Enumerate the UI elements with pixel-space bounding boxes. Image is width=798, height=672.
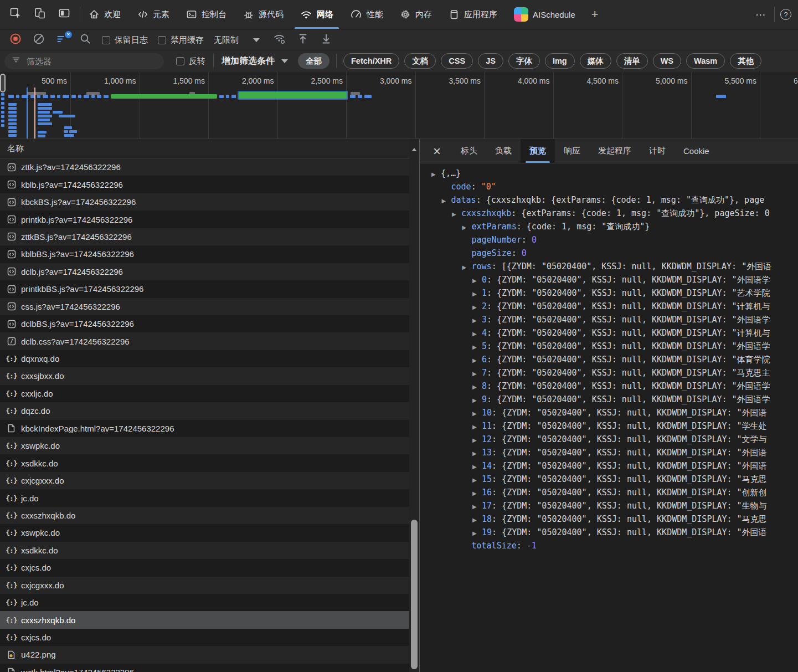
detail-tab-3[interactable]: 响应: [555, 139, 589, 163]
detail-tab-4[interactable]: 发起程序: [589, 139, 640, 163]
timeline-overview[interactable]: 500 ms1,000 ms1,500 ms2,000 ms2,500 ms3,…: [0, 72, 798, 139]
request-row[interactable]: zttkBS.js?av=1742456322296: [0, 228, 409, 245]
request-list-scrollbar[interactable]: [409, 139, 419, 672]
expand-arrow-icon[interactable]: ▶: [472, 434, 482, 447]
preview-line[interactable]: pageNumber: 0: [420, 233, 798, 247]
request-row[interactable]: kbckIndexPage.html?av=1742456322296: [0, 420, 409, 437]
preview-line[interactable]: ▶16: {ZYDM: "05020400", KSSJ: null, KKDW…: [420, 486, 798, 499]
import-har-button[interactable]: [296, 33, 310, 47]
filter-pill-1[interactable]: Fetch/XHR: [343, 53, 399, 69]
request-row[interactable]: {:}dqzc.do: [0, 402, 409, 419]
filter-pill-10[interactable]: Wasm: [686, 53, 725, 69]
expand-arrow-icon[interactable]: ▶: [472, 500, 482, 514]
expand-arrow-icon[interactable]: ▶: [442, 194, 451, 208]
filter-input-box[interactable]: [4, 53, 164, 69]
preview-line[interactable]: ▶19: {ZYDM: "05020400", KSSJ: null, KKDW…: [420, 526, 798, 539]
filter-pill-7[interactable]: 媒体: [580, 53, 611, 69]
expand-arrow-icon[interactable]: ▶: [472, 527, 482, 540]
filter-pill-9[interactable]: WS: [653, 53, 681, 69]
scroll-up-icon[interactable]: [411, 144, 417, 154]
request-row[interactable]: {:}xsdkkc.do: [0, 542, 409, 559]
expand-arrow-icon[interactable]: ▶: [472, 354, 482, 367]
request-row[interactable]: dclb.css?av=1742456322296: [0, 332, 409, 350]
expand-arrow-icon[interactable]: ▶: [472, 514, 482, 527]
preview-line[interactable]: ▶13: {ZYDM: "05020400", KSSJ: null, KKDW…: [420, 446, 798, 459]
expand-arrow-icon[interactable]: ▶: [472, 327, 482, 341]
detail-tab-5[interactable]: 计时: [640, 139, 675, 163]
preview-line[interactable]: ▶rows: [{ZYDM: "05020400", KSSJ: null, K…: [420, 260, 798, 273]
expand-arrow-icon[interactable]: ▶: [472, 407, 482, 420]
tab-elements[interactable]: 元素: [129, 0, 178, 29]
record-button[interactable]: [9, 33, 22, 47]
disable-cache-checkbox[interactable]: [158, 36, 166, 44]
request-row[interactable]: {:}cxjcgxxx.do: [0, 472, 409, 489]
request-row[interactable]: kblb.js?av=1742456322296: [0, 176, 409, 193]
tab-welcome[interactable]: 欢迎: [80, 0, 129, 29]
expand-arrow-icon[interactable]: ▶: [452, 208, 461, 221]
request-row[interactable]: {:}xsdkkc.do: [0, 454, 409, 471]
filter-input[interactable]: [25, 56, 147, 66]
help-button[interactable]: ?: [780, 9, 791, 20]
inspect-button[interactable]: [6, 4, 25, 24]
tab-application[interactable]: 应用程序: [440, 0, 506, 29]
preview-line[interactable]: ▶extParams: {code: 1, msg: "查询成功"}: [420, 220, 798, 233]
preview-line[interactable]: ▶5: {ZYDM: "05020400", KSSJ: null, KKDWD…: [420, 340, 798, 353]
filter-pill-4[interactable]: JS: [478, 53, 503, 69]
request-row[interactable]: printkb.js?av=1742456322296: [0, 211, 409, 228]
request-row[interactable]: {:}xswpkc.do: [0, 437, 409, 454]
preview-line[interactable]: ▶4: {ZYDM: "05020400", KSSJ: null, KKDWD…: [420, 326, 798, 340]
request-row[interactable]: printkbBS.js?av=1742456322296: [0, 280, 409, 297]
preview-line[interactable]: ▶6: {ZYDM: "05020400", KSSJ: null, KKDWD…: [420, 353, 798, 366]
preview-line[interactable]: code: "0": [420, 180, 798, 193]
timeline-left-resize-handle[interactable]: [0, 74, 6, 93]
expand-arrow-icon[interactable]: ▶: [472, 447, 482, 460]
tab-console[interactable]: 控制台: [178, 0, 235, 29]
request-row[interactable]: {:}cxjcs.do: [0, 629, 409, 646]
filter-pill-11[interactable]: 其他: [730, 53, 761, 69]
request-row[interactable]: {:}jc.do: [0, 489, 409, 506]
request-row[interactable]: wztk.html?av=1742456322296: [0, 664, 409, 672]
preview-line[interactable]: ▶7: {ZYDM: "05020400", KSSJ: null, KKDWD…: [420, 366, 798, 379]
detail-tab-0[interactable]: 标头: [452, 139, 486, 163]
preview-line[interactable]: ▶17: {ZYDM: "05020400", KSSJ: null, KKDW…: [420, 499, 798, 512]
dock-side-button[interactable]: [54, 4, 74, 24]
throttling-select[interactable]: 无限制: [214, 35, 239, 45]
preview-line[interactable]: ▶1: {ZYDM: "05020400", KSSJ: null, KKDWD…: [420, 286, 798, 300]
expand-arrow-icon[interactable]: ▶: [472, 487, 482, 500]
preview-line[interactable]: ▶{,…}: [420, 167, 798, 180]
preview-line[interactable]: ▶9: {ZYDM: "05020400", KSSJ: null, KKDWD…: [420, 393, 798, 406]
detail-tab-2[interactable]: 预览: [521, 139, 555, 163]
export-har-button[interactable]: [320, 33, 333, 47]
expand-arrow-icon[interactable]: ▶: [472, 394, 482, 407]
expand-arrow-icon[interactable]: ▶: [472, 474, 482, 487]
expand-arrow-icon[interactable]: ▶: [472, 288, 482, 301]
filter-pill-0[interactable]: 全部: [298, 53, 330, 69]
tab-network[interactable]: 网络: [292, 0, 342, 29]
preview-line[interactable]: totalSize: -1: [420, 539, 798, 552]
request-row[interactable]: dclbBS.js?av=1742456322296: [0, 315, 409, 332]
expand-arrow-icon[interactable]: ▶: [472, 367, 482, 381]
detail-tab-1[interactable]: 负载: [486, 139, 521, 163]
request-row[interactable]: kblbBS.js?av=1742456322296: [0, 245, 409, 263]
invert-checkbox[interactable]: [176, 57, 184, 65]
preview-line[interactable]: ▶18: {ZYDM: "05020400", KSSJ: null, KKDW…: [420, 512, 798, 526]
preview-line[interactable]: ▶datas: {cxxszhxqkb: {extParams: {code: …: [420, 193, 798, 207]
preserve-log-checkbox[interactable]: [102, 36, 110, 44]
expand-arrow-icon[interactable]: ▶: [472, 314, 482, 327]
filter-pill-3[interactable]: CSS: [441, 53, 473, 69]
network-conditions-button[interactable]: [273, 33, 286, 47]
request-row[interactable]: {:}cxxszhxqkb.do: [0, 507, 409, 524]
preview-line[interactable]: ▶11: {ZYDM: "05020400", KSSJ: null, KKDW…: [420, 419, 798, 433]
expand-arrow-icon[interactable]: ▶: [472, 460, 482, 474]
expand-arrow-icon[interactable]: ▶: [472, 341, 482, 354]
preview-line[interactable]: ▶0: {ZYDM: "05020400", KSSJ: null, KKDWD…: [420, 273, 798, 286]
preview-line[interactable]: ▶3: {ZYDM: "05020400", KSSJ: null, KKDWD…: [420, 313, 798, 326]
tab-aischedule[interactable]: AISchedule: [506, 0, 584, 29]
filter-button[interactable]: ×: [55, 33, 69, 47]
preview-line[interactable]: ▶10: {ZYDM: "05020400", KSSJ: null, KKDW…: [420, 406, 798, 419]
request-row[interactable]: dclb.js?av=1742456322296: [0, 263, 409, 280]
tab-performance[interactable]: 性能: [342, 0, 392, 29]
preview-line[interactable]: ▶12: {ZYDM: "05020400", KSSJ: null, KKDW…: [420, 433, 798, 446]
throttling-caret-icon[interactable]: [253, 38, 260, 42]
request-row[interactable]: kbckBS.js?av=1742456322296: [0, 193, 409, 211]
